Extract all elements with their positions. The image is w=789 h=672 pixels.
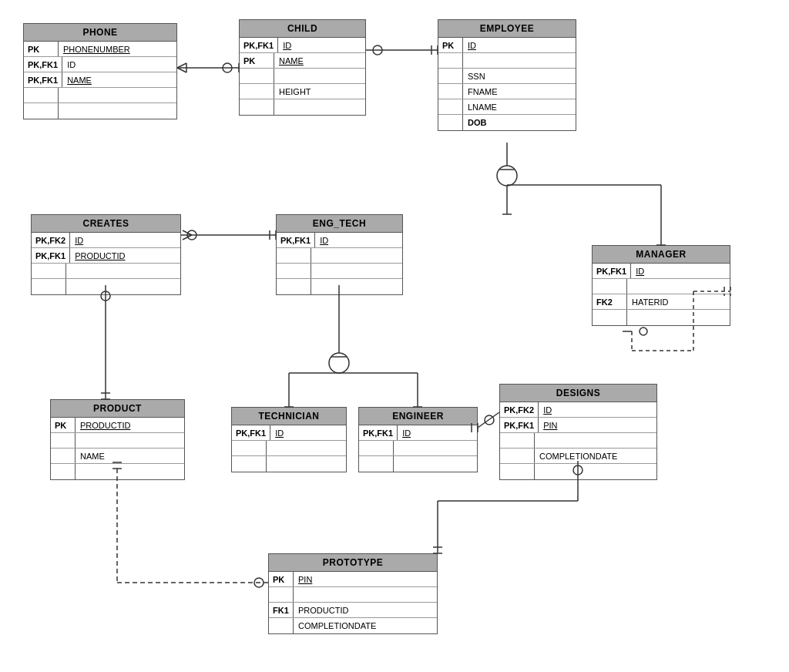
- designs-key-4: [500, 449, 535, 463]
- entity-creates-header: CREATES: [32, 215, 180, 233]
- child-field-3: [274, 69, 365, 83]
- creates-key-2: PK,FK1: [32, 248, 70, 263]
- child-key-2: PK: [240, 53, 274, 68]
- eng-tech-field-1: ID: [315, 233, 402, 247]
- child-field-5: [274, 99, 365, 115]
- creates-key-3: [32, 264, 66, 278]
- entity-phone-header: PHONE: [24, 24, 176, 42]
- product-field-2: [76, 433, 184, 448]
- manager-key-3: FK2: [593, 294, 627, 309]
- phone-field-5: [59, 103, 176, 119]
- prototype-field-1: PIN: [294, 572, 437, 586]
- manager-key-1: PK,FK1: [593, 264, 631, 278]
- employee-key-6: [438, 115, 463, 130]
- entity-eng-tech: ENG_TECH PK,FK1 ID: [276, 214, 403, 295]
- employee-key-4: [438, 84, 463, 99]
- prototype-field-4: COMPLETIONDATE: [294, 618, 437, 633]
- employee-field-6: DOB: [463, 115, 576, 130]
- technician-key-1: PK,FK1: [232, 425, 270, 440]
- employee-field-2: [463, 53, 576, 68]
- erd-diagram: PHONE PK PHONENUMBER PK,FK1 ID PK,FK1 NA…: [0, 0, 789, 672]
- manager-field-1: ID: [631, 264, 730, 278]
- child-field-2: NAME: [274, 53, 365, 68]
- technician-field-1: ID: [270, 425, 346, 440]
- designs-field-3: [535, 433, 656, 448]
- creates-crow1: [183, 230, 192, 235]
- product-field-1: PRODUCTID: [76, 418, 184, 432]
- product-key-3: [51, 449, 76, 463]
- child-key-4: [240, 84, 274, 99]
- phone-field-2: ID: [62, 57, 176, 72]
- engtech-isa-circle: [329, 353, 349, 373]
- eng-tech-field-3: [311, 264, 402, 278]
- eng-tech-field-4: [311, 279, 402, 294]
- mgr-self-circle: [640, 328, 647, 335]
- eng-tech-key-1: PK,FK1: [277, 233, 315, 247]
- product-key-4: [51, 464, 76, 479]
- product-key-2: [51, 433, 76, 448]
- entity-product: PRODUCT PK PRODUCTID NAME: [50, 399, 185, 480]
- engineer-field-3: [394, 456, 477, 472]
- technician-field-2: [267, 441, 346, 455]
- employee-field-4: FNAME: [463, 84, 576, 99]
- phone-key-5: [24, 103, 59, 119]
- prototype-key-4: [269, 618, 294, 633]
- entity-prototype: PROTOTYPE PK PIN FK1 PRODUCTID COMPLETIO…: [268, 553, 438, 634]
- creates-crow2: [183, 235, 192, 240]
- phone-child-crow2: [177, 68, 186, 72]
- creates-field-1: ID: [70, 233, 180, 247]
- phone-field-1: PHONENUMBER: [59, 42, 176, 56]
- employee-field-1: ID: [463, 38, 576, 52]
- engineer-key-2: [359, 441, 394, 455]
- creates-field-2: PRODUCTID: [70, 248, 180, 263]
- entity-technician-header: TECHNICIAN: [232, 408, 346, 425]
- phone-key-4: [24, 88, 59, 102]
- entity-engineer-header: ENGINEER: [359, 408, 477, 425]
- creates-field-4: [66, 279, 180, 294]
- technician-key-3: [232, 456, 267, 472]
- employee-field-3: SSN: [463, 69, 576, 83]
- child-employee-circle: [373, 45, 382, 55]
- phone-key-3: PK,FK1: [24, 72, 62, 87]
- employee-key-1: PK: [438, 38, 463, 52]
- designs-key-2: PK,FK1: [500, 418, 539, 432]
- employee-key-5: [438, 99, 463, 114]
- engineer-key-3: [359, 456, 394, 472]
- entity-employee: EMPLOYEE PK ID SSN FNAME LNAME: [438, 19, 576, 131]
- entity-manager: MANAGER PK,FK1 ID FK2 HATERID: [592, 245, 730, 326]
- engineer-field-2: [394, 441, 477, 455]
- technician-key-2: [232, 441, 267, 455]
- entity-technician: TECHNICIAN PK,FK1 ID: [231, 407, 347, 472]
- child-field-4: HEIGHT: [274, 84, 365, 99]
- manager-field-3: HATERID: [627, 294, 730, 309]
- product-field-4: [76, 464, 184, 479]
- eng-tech-key-4: [277, 279, 311, 294]
- phone-field-4: [59, 88, 176, 102]
- entity-product-header: PRODUCT: [51, 400, 184, 418]
- entity-phone: PHONE PK PHONENUMBER PK,FK1 ID PK,FK1 NA…: [23, 23, 177, 119]
- technician-field-3: [267, 456, 346, 472]
- manager-key-4: [593, 310, 627, 325]
- entity-designs: DESIGNS PK,FK2 ID PK,FK1 PIN COMPLETIOND…: [499, 384, 657, 480]
- eng-tech-key-3: [277, 264, 311, 278]
- child-key-5: [240, 99, 274, 115]
- entity-child-header: CHILD: [240, 20, 365, 38]
- prototype-key-2: [269, 587, 294, 602]
- entity-designs-header: DESIGNS: [500, 385, 656, 402]
- manager-field-2: [627, 279, 730, 294]
- creates-key-1: PK,FK2: [32, 233, 70, 247]
- child-field-1: ID: [278, 38, 365, 52]
- entity-engineer: ENGINEER PK,FK1 ID: [358, 407, 478, 472]
- prototype-field-2: [294, 587, 437, 602]
- engineer-designs-line: [478, 412, 499, 428]
- product-key-1: PK: [51, 418, 76, 432]
- entity-creates: CREATES PK,FK2 ID PK,FK1 PRODUCTID: [31, 214, 181, 295]
- prototype-key-3: FK1: [269, 603, 294, 617]
- designs-key-3: [500, 433, 535, 448]
- phone-field-3: NAME: [62, 72, 176, 87]
- product-proto-circle: [254, 578, 264, 587]
- designs-field-1: ID: [539, 402, 656, 417]
- prototype-field-3: PRODUCTID: [294, 603, 437, 617]
- employee-key-3: [438, 69, 463, 83]
- entity-eng-tech-header: ENG_TECH: [277, 215, 402, 233]
